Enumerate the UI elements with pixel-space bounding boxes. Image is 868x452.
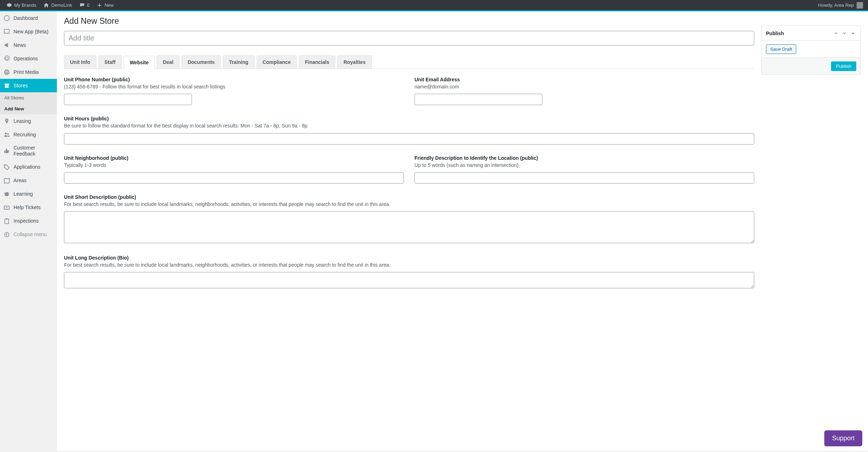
field-help-neighborhood: Typically 1-3 words (64, 162, 404, 169)
home-icon (43, 2, 49, 8)
website-form: Unit Phone Number (public) (123) 456-678… (64, 77, 754, 289)
tab-staff[interactable]: Staff (98, 55, 122, 69)
svg-point-6 (7, 133, 9, 135)
email-input[interactable] (414, 94, 542, 105)
phone-input[interactable] (64, 94, 192, 105)
tab-royalties[interactable]: Royalties (337, 55, 371, 69)
new-link[interactable]: New (93, 0, 117, 11)
avatar (857, 2, 863, 9)
sidebar-item-inspections[interactable]: Inspections (0, 214, 57, 228)
sidebar-collapse[interactable]: Collapse menu (0, 228, 57, 241)
sidebar-item-leasing[interactable]: Leasing (0, 114, 57, 128)
field-label-phone: Unit Phone Number (public) (64, 77, 404, 82)
sidebar-sub-add-new[interactable]: Add New (0, 103, 57, 114)
pin-icon (4, 118, 10, 124)
svg-point-12 (5, 232, 9, 237)
svg-point-7 (5, 165, 6, 167)
svg-rect-11 (6, 218, 7, 219)
sidebar-item-operations[interactable]: Operations (0, 52, 57, 65)
my-brands-label: My Brands (14, 2, 36, 8)
dashboard-icon (4, 15, 10, 21)
store-icon (4, 82, 10, 89)
comments-link[interactable]: 0 (76, 0, 93, 11)
panel-toggle-icon[interactable] (850, 29, 856, 37)
clipboard-icon (4, 218, 10, 224)
sidebar-item-label: Collapse menu (14, 232, 47, 238)
long-desc-textarea[interactable] (64, 272, 754, 288)
chevron-up-icon[interactable] (833, 29, 839, 37)
friendly-desc-input[interactable] (414, 172, 754, 184)
publish-panel: Publish Save Draft (761, 26, 861, 75)
field-label-neighborhood: Unit Neighborhood (public) (64, 155, 404, 161)
field-help-email: name@domain.com (414, 83, 754, 90)
ticket-icon (4, 205, 10, 211)
hours-input[interactable] (64, 133, 754, 145)
post-title-input[interactable] (64, 31, 754, 45)
sidebar-sub-all-stores[interactable]: All Stores (0, 92, 57, 103)
svg-rect-1 (4, 29, 9, 33)
publish-panel-body: Save Draft (762, 41, 861, 58)
app-icon (4, 28, 10, 35)
sidebar-item-dashboard[interactable]: Dashboard (0, 11, 57, 25)
site-link[interactable]: DemoLink (40, 0, 76, 11)
tab-compliance[interactable]: Compliance (257, 55, 297, 69)
sidebar-item-new-app[interactable]: New App (Beta) (0, 25, 57, 38)
admin-sidebar: Dashboard New App (Beta) News Operations… (0, 11, 57, 451)
thumbs-up-icon (4, 148, 10, 154)
collapse-icon (4, 232, 10, 238)
sidebar-item-recruiting[interactable]: Recruiting (0, 128, 57, 141)
tab-training[interactable]: Training (223, 55, 254, 69)
topbar-right[interactable]: Howdy, Area Rep (818, 2, 865, 9)
sidebar-item-customer-feedback[interactable]: Customer Feedback (0, 141, 57, 160)
sidebar-item-help-tickets[interactable]: Help Tickets (0, 201, 57, 214)
sidebar-item-label: Inspections (14, 218, 39, 224)
field-help-phone: (123) 456-6789 - Follow this format for … (64, 83, 404, 90)
svg-point-9 (6, 207, 7, 208)
my-brands-link[interactable]: My Brands (3, 0, 40, 11)
chevron-down-icon[interactable] (841, 29, 848, 37)
svg-rect-3 (5, 70, 8, 71)
sidebar-item-stores[interactable]: Stores (0, 79, 57, 92)
support-button[interactable]: Support (824, 430, 862, 446)
svg-rect-10 (5, 219, 9, 224)
tag-icon (4, 164, 10, 170)
main-content: Add New Store Unit Info Staff Website De… (57, 11, 868, 451)
sidebar-submenu-stores: All Stores Add New (0, 92, 57, 114)
sidebar-item-news[interactable]: News (0, 38, 57, 52)
tab-unit-info[interactable]: Unit Info (64, 55, 96, 69)
sidebar-item-areas[interactable]: Areas (0, 174, 57, 187)
sidebar-item-label: Applications (14, 164, 41, 170)
new-label: New (105, 2, 114, 8)
users-icon (4, 131, 10, 138)
tab-documents[interactable]: Documents (182, 55, 221, 69)
topbar-left: My Brands DemoLink 0 New (3, 0, 117, 11)
tab-website[interactable]: Website (124, 56, 155, 69)
publish-panel-footer: Publish (762, 58, 861, 75)
sidebar-item-label: Customer Feedback (14, 145, 53, 157)
field-label-friendly: Friendly Description to Identify the Loc… (414, 155, 754, 161)
save-draft-button[interactable]: Save Draft (766, 44, 796, 54)
field-label-short-desc: Unit Short Description (public) (64, 194, 754, 200)
sidebar-item-print-media[interactable]: Print Media (0, 65, 57, 79)
field-help-short-desc: For best search results, be sure to incl… (64, 201, 754, 208)
sidebar-item-label: Print Media (14, 69, 39, 75)
svg-point-5 (5, 133, 7, 135)
field-label-hours: Unit Hours (public) (64, 116, 754, 121)
sidebar-item-label: Dashboard (14, 15, 38, 21)
sidebar-item-applications[interactable]: Applications (0, 160, 57, 174)
sidebar-item-learning[interactable]: Learning (0, 187, 57, 201)
sidebar-item-label: New App (Beta) (14, 29, 48, 35)
tab-bar: Unit Info Staff Website Deal Documents T… (64, 55, 754, 69)
field-label-long-desc: Unit Long Description (Bio) (64, 255, 754, 261)
field-help-hours: Be sure to follow the standard format fo… (64, 122, 754, 129)
tab-deal[interactable]: Deal (157, 55, 180, 69)
comment-icon (79, 2, 85, 8)
sidebar-item-label: Help Tickets (14, 205, 41, 211)
field-help-friendly: Up to 5 words (such as naming an interse… (414, 162, 754, 169)
sidebar-item-label: Stores (14, 83, 28, 89)
publish-button[interactable]: Publish (831, 61, 856, 71)
tab-financials[interactable]: Financials (299, 55, 335, 69)
sidebar-item-label: Operations (14, 56, 38, 62)
neighborhood-input[interactable] (64, 172, 404, 184)
short-desc-textarea[interactable] (64, 211, 754, 243)
